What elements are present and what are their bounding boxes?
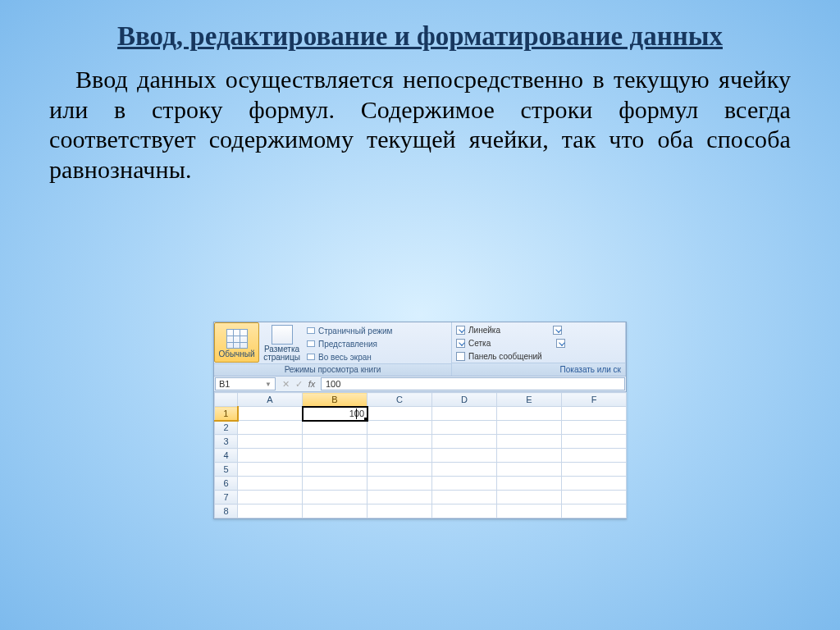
- cell[interactable]: [238, 449, 303, 463]
- cell[interactable]: [432, 463, 497, 477]
- slide-title: Ввод, редактирование и форматирование да…: [49, 20, 791, 53]
- cell[interactable]: [368, 477, 432, 491]
- confirm-icon[interactable]: ✓: [293, 379, 304, 390]
- cell[interactable]: [497, 463, 562, 477]
- cell[interactable]: [368, 449, 432, 463]
- cell[interactable]: [238, 407, 303, 421]
- cell[interactable]: [368, 504, 432, 518]
- cell[interactable]: [303, 435, 368, 449]
- gridlines-label: Сетка: [468, 339, 491, 348]
- cell[interactable]: [303, 421, 368, 435]
- ribbon-group-show-label[interactable]: Показать или ск: [452, 363, 625, 376]
- cell[interactable]: [238, 435, 303, 449]
- row-header[interactable]: 3: [215, 435, 238, 449]
- spreadsheet-grid[interactable]: ABCDEF11002345678: [214, 392, 626, 518]
- formula-tools: ✕ ✓ fx: [276, 377, 321, 391]
- cell[interactable]: [497, 449, 562, 463]
- cell[interactable]: [368, 491, 432, 504]
- checkbox-icon: [456, 326, 465, 335]
- cell[interactable]: [497, 477, 562, 491]
- cell[interactable]: [562, 421, 627, 435]
- name-box-value: B1: [219, 379, 230, 389]
- col-header[interactable]: E: [497, 393, 562, 407]
- fx-icon[interactable]: fx: [306, 379, 317, 389]
- row-header[interactable]: 4: [215, 449, 238, 463]
- cell[interactable]: [238, 504, 303, 518]
- cell[interactable]: [368, 463, 432, 477]
- select-all-corner[interactable]: [215, 393, 238, 407]
- ruler-checkbox[interactable]: Линейка: [456, 324, 625, 336]
- col-header[interactable]: D: [432, 393, 497, 407]
- cancel-icon[interactable]: ✕: [280, 379, 291, 390]
- view-normal-button[interactable]: Обычный: [214, 322, 259, 363]
- checkbox-icon: [556, 339, 565, 348]
- col-header[interactable]: B: [303, 393, 368, 407]
- col-header[interactable]: A: [238, 393, 303, 407]
- checkbox-icon: [553, 326, 562, 335]
- view-pagelayout-button[interactable]: Разметка страницы: [259, 322, 304, 363]
- slide-body: Ввод данных осуществляется непосредствен…: [49, 65, 791, 185]
- name-box[interactable]: B1 ▼: [215, 377, 276, 390]
- cell[interactable]: [562, 477, 627, 491]
- cell[interactable]: [303, 504, 368, 518]
- gridlines-checkbox[interactable]: Сетка: [456, 337, 625, 349]
- cell[interactable]: [562, 449, 627, 463]
- cell[interactable]: [432, 421, 497, 435]
- row-header[interactable]: 8: [215, 504, 238, 518]
- cell[interactable]: [303, 491, 368, 504]
- view-custom-button[interactable]: Представления: [307, 338, 392, 350]
- col-header[interactable]: C: [368, 393, 432, 407]
- checkbox-icon: [456, 339, 465, 348]
- cell[interactable]: [562, 435, 627, 449]
- cell[interactable]: [368, 407, 432, 421]
- row-header[interactable]: 7: [215, 491, 238, 504]
- cell[interactable]: [497, 435, 562, 449]
- cell[interactable]: [562, 504, 627, 518]
- row-header[interactable]: 2: [215, 421, 238, 435]
- cell[interactable]: [368, 421, 432, 435]
- view-custom-label: Представления: [318, 340, 377, 349]
- grid-icon: [226, 329, 248, 349]
- view-fullscreen-button[interactable]: Во весь экран: [307, 351, 392, 363]
- cell[interactable]: [238, 477, 303, 491]
- cell[interactable]: [238, 421, 303, 435]
- custom-views-icon: [307, 340, 315, 347]
- formula-bar: B1 ▼ ✕ ✓ fx 100: [214, 377, 626, 392]
- cell[interactable]: [562, 491, 627, 504]
- cell[interactable]: [432, 491, 497, 504]
- col-header[interactable]: F: [562, 393, 627, 407]
- cell[interactable]: [562, 463, 627, 477]
- view-pagelayout-label: Разметка страницы: [260, 345, 304, 362]
- row-header[interactable]: 1: [215, 407, 238, 421]
- cell[interactable]: [303, 463, 368, 477]
- cell[interactable]: 100: [303, 407, 368, 421]
- formula-input[interactable]: 100: [321, 377, 625, 390]
- cell[interactable]: [432, 435, 497, 449]
- chevron-down-icon[interactable]: ▼: [265, 381, 272, 388]
- ribbon: Обычный Разметка страницы Страничный реж…: [214, 322, 626, 377]
- view-pagebreak-button[interactable]: Страничный режим: [307, 325, 392, 337]
- cell[interactable]: [368, 435, 432, 449]
- formula-value: 100: [326, 379, 340, 389]
- row-header[interactable]: 5: [215, 463, 238, 477]
- cell[interactable]: [238, 463, 303, 477]
- cell[interactable]: [432, 477, 497, 491]
- cell[interactable]: [497, 421, 562, 435]
- cell[interactable]: [497, 504, 562, 518]
- row-header[interactable]: 6: [215, 477, 238, 491]
- cell[interactable]: [432, 504, 497, 518]
- cell[interactable]: [238, 491, 303, 504]
- cell[interactable]: [497, 491, 562, 504]
- cell[interactable]: [303, 449, 368, 463]
- ribbon-group-views: Обычный Разметка страницы Страничный реж…: [214, 322, 452, 376]
- cell[interactable]: [562, 407, 627, 421]
- fullscreen-icon: [307, 354, 315, 360]
- view-normal-label: Обычный: [218, 349, 254, 358]
- cell[interactable]: [497, 407, 562, 421]
- cell[interactable]: [303, 477, 368, 491]
- cell[interactable]: [432, 449, 497, 463]
- cell[interactable]: [432, 407, 497, 421]
- view-pagebreak-label: Страничный режим: [318, 326, 392, 336]
- excel-screenshot: Обычный Разметка страницы Страничный реж…: [213, 322, 627, 519]
- msgbar-checkbox[interactable]: Панель сообщений: [456, 350, 625, 363]
